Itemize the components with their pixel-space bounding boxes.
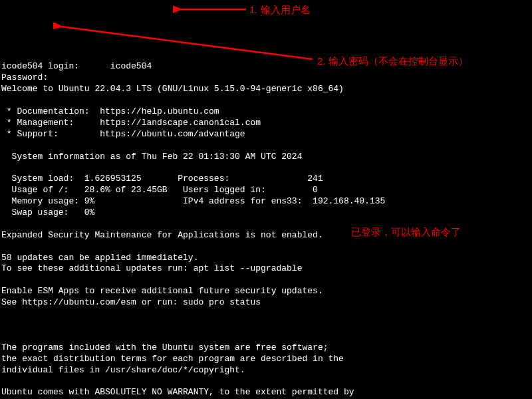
support-url: https://ubuntu.com/advantage (100, 129, 245, 139)
legal-line-3: individual files in /usr/share/doc/*/cop… (1, 365, 245, 375)
welcome-line: Welcome to Ubuntu 22.04.3 LTS (GNU/Linux… (1, 84, 344, 94)
sysinfo-line-4: Swap usage: 0% (1, 207, 94, 217)
mgmt-label: * Management: (1, 118, 100, 128)
updates-line-1: 58 updates can be applied immediately. (1, 253, 198, 263)
doc-label: * Documentation: (1, 106, 100, 116)
sysinfo-line-3: Memory usage: 9% IPv4 address for ens33:… (1, 196, 385, 206)
annotation-1: 1. 输入用户名 (249, 3, 311, 17)
esm-line: Expanded Security Maintenance for Applic… (1, 230, 323, 240)
support-label: * Support: (1, 129, 100, 139)
annotation-3: 已登录，可以输入命令了 (351, 225, 461, 239)
sysinfo-line-1: System load: 1.626953125 Processes: 241 (1, 174, 323, 184)
terminal-output: icode504 login: icode504 Password: Welco… (0, 45, 532, 399)
arrow-icon (53, 23, 313, 63)
password-prompt: Password: (1, 72, 48, 82)
arrow-icon (173, 3, 246, 16)
legal-line-2: the exact distribution terms for each pr… (1, 354, 344, 364)
svg-line-3 (61, 27, 313, 59)
sysinfo-header: System information as of Thu Feb 22 01:1… (1, 152, 302, 162)
esm-enable-2: See https://ubuntu.com/esm or run: sudo … (1, 297, 261, 307)
doc-url: https://help.ubuntu.com (100, 106, 219, 116)
esm-enable-1: Enable ESM Apps to receive additional fu… (1, 286, 323, 296)
legal-line-4: Ubuntu comes with ABSOLUTELY NO WARRANTY… (1, 387, 354, 397)
sysinfo-line-2: Usage of /: 28.6% of 23.45GB Users logge… (1, 185, 318, 195)
updates-line-2: To see these additional updates run: apt… (1, 263, 302, 273)
annotation-2: 2. 输入密码（不会在控制台显示） (317, 55, 468, 68)
legal-line-1: The programs included with the Ubuntu sy… (1, 342, 328, 352)
username-value: icode504 (110, 61, 152, 71)
mgmt-url: https://landscape.canonical.com (100, 118, 261, 128)
login-prompt: icode504 login: (1, 61, 79, 71)
